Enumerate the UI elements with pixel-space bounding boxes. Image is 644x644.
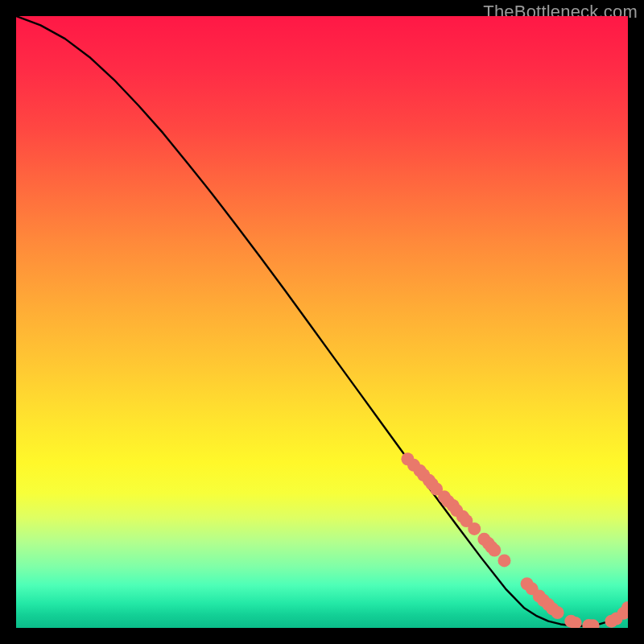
- data-point: [468, 522, 481, 535]
- chart-svg: [16, 16, 628, 628]
- data-point: [488, 543, 501, 556]
- data-point: [551, 606, 564, 619]
- bottleneck-curve: [16, 16, 628, 626]
- plot-area: [16, 16, 628, 628]
- data-point-markers: [401, 452, 628, 628]
- data-point: [497, 554, 510, 567]
- chart-stage: TheBottleneck.com: [0, 0, 644, 644]
